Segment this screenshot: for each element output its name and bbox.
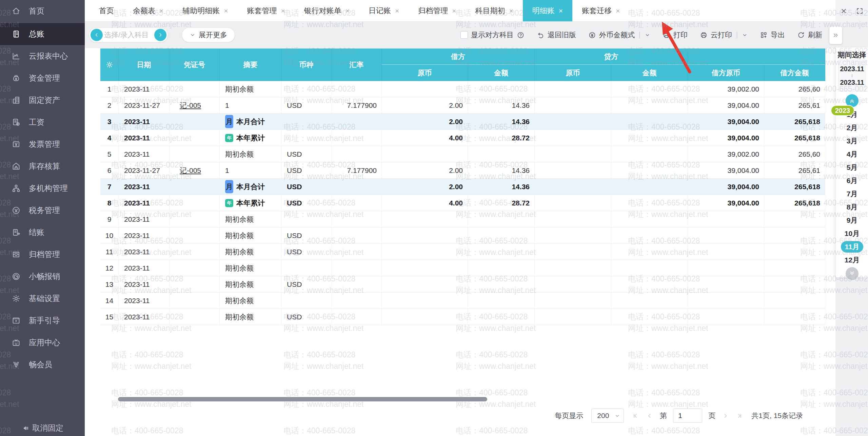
fullscreen-icon[interactable]: [856, 7, 864, 15]
period-range-box[interactable]: 2023.11 2023.11: [838, 60, 866, 92]
tab-close-icon[interactable]: ×: [346, 7, 350, 14]
cell-voucher[interactable]: 记-005: [170, 97, 220, 113]
sidebar-item-16[interactable]: 畅会员: [0, 354, 85, 376]
tab-close-icon[interactable]: ×: [159, 7, 163, 14]
sidebar-item-8[interactable]: 多机构管理: [0, 177, 85, 199]
export-button[interactable]: 导出: [760, 30, 785, 40]
sidebar-item-2[interactable]: 云报表中心: [0, 45, 85, 67]
row-seq: 15: [100, 309, 119, 325]
month-item-6月[interactable]: 6月: [836, 174, 868, 187]
tab-close-icon[interactable]: ×: [559, 7, 563, 14]
month-item-8月[interactable]: 8月: [836, 200, 868, 214]
prev-page-icon[interactable]: [646, 412, 654, 420]
sidebar-item-12[interactable]: 小畅报销: [0, 265, 85, 288]
chevron-left-icon: [93, 32, 100, 38]
header-col-0: [100, 48, 119, 81]
last-page-icon[interactable]: [735, 412, 743, 420]
tab-账套管理[interactable]: 账套管理×: [238, 0, 295, 21]
first-page-icon[interactable]: [632, 412, 640, 420]
month-item-4月[interactable]: 4月: [836, 147, 868, 161]
month-item-5月[interactable]: 5月: [836, 161, 868, 174]
expand-more-button[interactable]: 展开更多: [182, 27, 235, 42]
next-page-icon[interactable]: [722, 412, 729, 420]
tab-明细账[interactable]: 明细账×: [523, 0, 572, 21]
month-item-3月[interactable]: 3月: [836, 134, 868, 147]
show-opposite-checkbox[interactable]: [460, 31, 468, 39]
cell-voucher: [170, 309, 220, 325]
month-item-9月[interactable]: 9月: [836, 214, 868, 227]
cell-credit-amount: [611, 130, 688, 146]
sidebar-item-7[interactable]: 库存核算: [0, 155, 85, 177]
horizontal-scrollbar[interactable]: [118, 397, 487, 401]
tab-首页[interactable]: 首页: [90, 0, 123, 21]
chevron-down-icon: [190, 32, 196, 38]
account-input[interactable]: [104, 31, 153, 39]
cell-rate: [332, 260, 382, 276]
sidebar-item-1[interactable]: 总账: [0, 23, 85, 45]
sidebar-item-10[interactable]: 结账: [0, 221, 85, 243]
close-icon[interactable]: [840, 7, 848, 15]
sidebar-item-14[interactable]: 新手引导: [0, 310, 85, 332]
tab-close-icon[interactable]: ×: [395, 7, 399, 14]
per-page-select[interactable]: 200: [591, 409, 624, 423]
month-item-7月[interactable]: 7月: [836, 187, 868, 200]
sidebar-item-13[interactable]: 基础设置: [0, 288, 85, 310]
help-icon[interactable]: [517, 31, 525, 39]
tab-科目期初[interactable]: 科目期初×: [466, 0, 523, 21]
ledger-icon: [12, 29, 21, 39]
cell-debit-amount: 28.72: [468, 130, 535, 146]
month-item-12月[interactable]: 12月: [836, 253, 868, 266]
month-item-2月[interactable]: 2月: [836, 121, 868, 134]
cloud-print-button[interactable]: 云打印: [700, 30, 748, 40]
tab-label: 账套管理: [247, 6, 277, 16]
tab-close-icon[interactable]: ×: [509, 7, 513, 14]
sidebar-item-3[interactable]: 资金管理: [0, 67, 85, 89]
prev-account-button[interactable]: [91, 29, 103, 41]
cell-voucher: [170, 130, 220, 146]
tab-close-icon[interactable]: ×: [281, 7, 285, 14]
row-seq: 11: [100, 244, 119, 260]
month-item-11月[interactable]: 11月: [836, 240, 868, 253]
cell-debit-amount-2: 265,618: [764, 195, 825, 211]
column-settings-gear-icon[interactable]: [105, 61, 114, 69]
cell-credit-orig: [535, 227, 611, 243]
chevron-down-icon[interactable]: [742, 32, 748, 38]
tab-辅助明细账[interactable]: 辅助明细账×: [173, 0, 237, 21]
cell-voucher[interactable]: 记-005: [170, 162, 220, 178]
cell-credit-orig: [535, 146, 611, 162]
sidebar-item-11[interactable]: 归档管理: [0, 243, 85, 265]
tab-余额表[interactable]: 余额表×: [123, 0, 173, 21]
tab-close-icon[interactable]: ×: [452, 7, 456, 14]
page-input[interactable]: [673, 409, 702, 423]
cell-currency: USD: [281, 162, 332, 178]
next-account-button[interactable]: [154, 29, 166, 41]
unpin-sidebar-button[interactable]: 取消固定: [0, 423, 85, 433]
range-divider: [852, 74, 852, 77]
sidebar-item-9[interactable]: 税务管理: [0, 199, 85, 221]
month-item-10月[interactable]: 10月: [836, 227, 868, 240]
tab-日记账[interactable]: 日记账×: [359, 0, 409, 21]
tab-close-icon[interactable]: ×: [616, 7, 620, 14]
cell-rate: [332, 309, 382, 325]
cell-debit-amount-2: 265,60: [764, 81, 825, 97]
sidebar-item-4[interactable]: 固定资产: [0, 89, 85, 111]
tab-账套迁移[interactable]: 账套迁移×: [572, 0, 629, 21]
tab-归档管理[interactable]: 归档管理×: [409, 0, 466, 21]
tab-close-icon[interactable]: ×: [224, 7, 228, 14]
refresh-button[interactable]: 刷新: [797, 30, 822, 40]
sidebar-item-6[interactable]: 发票管理: [0, 133, 85, 155]
scroll-months-down-button[interactable]: [846, 267, 859, 280]
tab-银行对账单[interactable]: 银行对账单×: [295, 0, 359, 21]
sidebar-item-5[interactable]: 工资: [0, 111, 85, 133]
sidebar-item-15[interactable]: 应用中心: [0, 332, 85, 354]
chevron-down-icon[interactable]: [645, 32, 650, 38]
selected-month-pill: 11月: [841, 241, 863, 253]
sidebar-item-home[interactable]: 首页: [0, 0, 85, 22]
scroll-months-up-button[interactable]: [846, 94, 859, 107]
print-button[interactable]: 打印: [663, 30, 688, 40]
fx-mode-button[interactable]: 外币金额式: [588, 30, 650, 40]
period-panel-collapse-button[interactable]: [829, 26, 842, 44]
cloud-print-label: 云打印: [711, 30, 732, 40]
salary-icon: [12, 118, 21, 127]
back-old-button[interactable]: 退回旧版: [537, 30, 576, 40]
